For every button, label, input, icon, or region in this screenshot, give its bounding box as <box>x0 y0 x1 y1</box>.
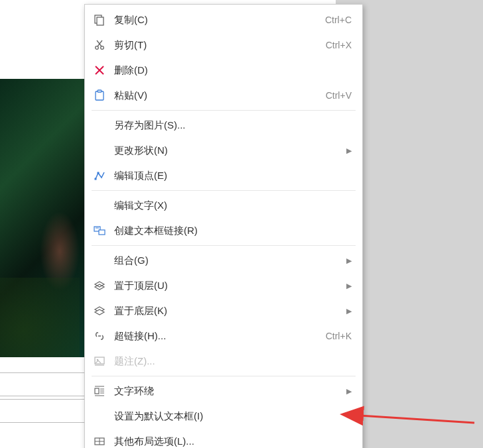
no-icon <box>92 144 107 157</box>
hyperlink-icon <box>92 329 107 343</box>
menu-item-label: 粘贴(V) <box>114 89 326 102</box>
svg-point-2 <box>96 46 99 50</box>
menu-item-shortcut: Ctrl+V <box>326 90 352 101</box>
svg-line-4 <box>98 40 102 46</box>
menu-item-label: 题注(Z)... <box>114 355 352 368</box>
submenu-arrow-icon: ▶ <box>346 146 352 155</box>
menu-item: 题注(Z)... <box>85 349 362 374</box>
menu-separator <box>92 110 356 111</box>
svg-rect-10 <box>95 178 97 180</box>
menu-item[interactable]: 更改形状(N)▶ <box>85 138 362 163</box>
layout-icon <box>92 435 107 448</box>
svg-rect-1 <box>97 17 104 25</box>
bring-front-icon <box>92 279 107 292</box>
menu-item-label: 编辑顶点(E) <box>114 170 352 182</box>
svg-rect-8 <box>96 91 104 100</box>
menu-item-label: 另存为图片(S)... <box>114 119 352 132</box>
menu-item-label: 设置为默认文本框(I) <box>114 410 352 423</box>
no-icon <box>92 199 107 212</box>
menu-item-label: 其他布局选项(L)... <box>114 435 352 448</box>
menu-item-label: 置于顶层(U) <box>114 280 342 292</box>
svg-rect-11 <box>98 172 100 174</box>
embedded-image <box>0 79 86 357</box>
submenu-arrow-icon: ▶ <box>346 307 352 315</box>
submenu-arrow-icon: ▶ <box>346 387 352 396</box>
svg-rect-22 <box>95 388 99 394</box>
caption-icon <box>92 355 107 368</box>
menu-item[interactable]: 创建文本框链接(R) <box>85 218 362 243</box>
menu-item-label: 文字环绕 <box>114 385 342 398</box>
menu-separator <box>92 245 356 246</box>
send-back-icon <box>92 304 107 317</box>
menu-item[interactable]: 编辑顶点(E) <box>85 163 362 188</box>
cut-icon <box>92 38 107 52</box>
menu-item[interactable]: 复制(C)Ctrl+C <box>85 7 362 32</box>
delete-icon <box>92 64 107 77</box>
textbox-link-icon <box>92 224 107 237</box>
svg-line-33 <box>360 416 474 423</box>
svg-line-5 <box>97 40 102 46</box>
menu-item-label: 置于底层(K) <box>114 305 342 317</box>
menu-item-label: 复制(C) <box>114 14 325 27</box>
menu-item[interactable]: 超链接(H)...Ctrl+K <box>85 323 362 349</box>
menu-item-label: 创建文本框链接(R) <box>114 225 352 237</box>
svg-rect-13 <box>99 230 105 235</box>
menu-item[interactable]: 组合(G)▶ <box>85 248 362 273</box>
menu-item[interactable]: 设置为默认文本框(I) <box>85 404 362 429</box>
menu-item[interactable]: 删除(D) <box>85 58 362 83</box>
no-icon <box>92 254 107 267</box>
svg-rect-9 <box>98 90 102 92</box>
no-icon <box>92 119 107 132</box>
submenu-arrow-icon: ▶ <box>346 282 352 290</box>
no-icon <box>92 410 107 423</box>
svg-point-3 <box>101 46 104 50</box>
menu-item-label: 剪切(T) <box>114 39 326 52</box>
menu-item[interactable]: 剪切(T)Ctrl+X <box>85 32 362 58</box>
copy-icon <box>92 13 107 27</box>
menu-item[interactable]: 文字环绕▶ <box>85 378 362 404</box>
menu-item-shortcut: Ctrl+K <box>326 331 352 341</box>
menu-separator <box>92 376 356 376</box>
submenu-arrow-icon: ▶ <box>346 256 352 265</box>
menu-separator <box>92 190 356 191</box>
menu-item-label: 组合(G) <box>114 254 342 267</box>
paste-icon <box>92 89 107 102</box>
menu-item[interactable]: 粘贴(V)Ctrl+V <box>85 83 362 108</box>
context-menu: 复制(C)Ctrl+C剪切(T)Ctrl+X删除(D)粘贴(V)Ctrl+V另存… <box>84 4 363 448</box>
menu-item-label: 编辑文字(X) <box>114 199 352 212</box>
menu-item[interactable]: 置于底层(K)▶ <box>85 298 362 323</box>
menu-item[interactable]: 置于顶层(U)▶ <box>85 273 362 298</box>
menu-item[interactable]: 其他布局选项(L)... <box>85 429 362 448</box>
menu-item-shortcut: Ctrl+X <box>326 40 352 50</box>
menu-item-label: 更改形状(N) <box>114 144 342 157</box>
menu-item[interactable]: 另存为图片(S)... <box>85 113 362 138</box>
menu-item-shortcut: Ctrl+C <box>325 15 352 25</box>
menu-item-label: 超链接(H)... <box>114 330 326 343</box>
menu-item[interactable]: 编辑文字(X) <box>85 193 362 218</box>
menu-item-label: 删除(D) <box>114 64 352 77</box>
edit-points-icon <box>92 169 107 182</box>
text-wrap-icon <box>92 384 107 398</box>
